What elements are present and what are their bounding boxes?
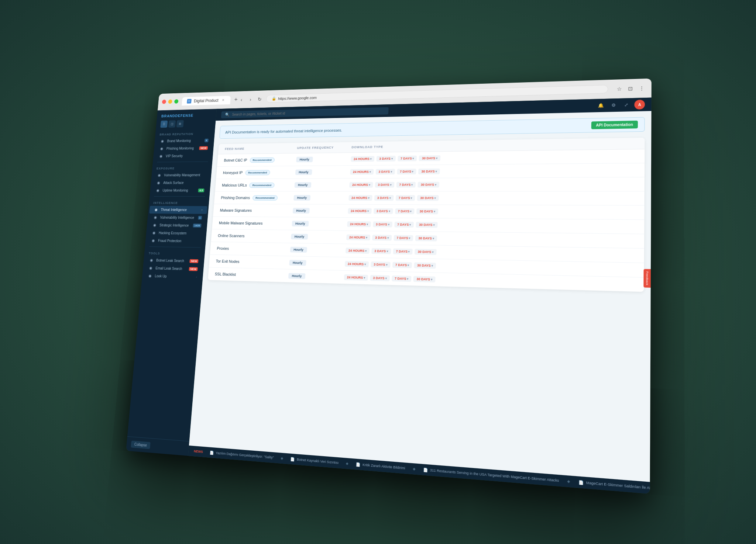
- sidebar-item-botnet-leak-search[interactable]: ◉ Botnet Leak Search NEW: [145, 256, 203, 265]
- chevron-down-icon: ▾: [407, 277, 408, 280]
- update-freq-botnet-cc-ip: Hourly: [296, 156, 351, 162]
- download-select-7d[interactable]: 7 DAYS ▾: [396, 195, 415, 201]
- download-select-24h[interactable]: 24 HOURS ▾: [350, 169, 374, 175]
- sidebar-item-strategic-intelligence[interactable]: ◉ Strategic Intelligence 1439: [148, 221, 206, 229]
- api-documentation-button[interactable]: API Documentation: [591, 120, 638, 129]
- chevron-down-icon: ▾: [389, 196, 391, 200]
- copy-button[interactable]: ⊡: [626, 84, 635, 93]
- sidebar-item-brand-monitoring[interactable]: ◉ Brand Monitoring 4: [156, 136, 213, 145]
- download-select-24h[interactable]: 24 HOURS ▾: [348, 208, 372, 214]
- sidebar-item-look-up[interactable]: ◉ Look Up ›: [143, 271, 202, 281]
- sidebar-item-threat-intelligence[interactable]: ◉ Threat Intelligence ▾: [149, 206, 207, 214]
- browser-actions: ☆ ⊡ ⋮: [614, 83, 646, 93]
- download-select-24h[interactable]: 24 HOURS ▾: [345, 261, 369, 267]
- download-select-30d[interactable]: 30 DAYS ▾: [419, 155, 440, 161]
- download-types-phishing-domains: 24 HOURS ▾ 3 DAYS ▾ 7 DAYS ▾ 30 DAYS ▾: [348, 195, 636, 201]
- download-select-7d[interactable]: 7 DAYS ▾: [395, 208, 415, 214]
- sidebar-icon-apps[interactable]: ⊞: [176, 120, 184, 127]
- sidebar-item-vip-security[interactable]: ◉ VIP Security: [154, 152, 212, 160]
- collapse-button[interactable]: Collapse: [126, 436, 189, 455]
- sidebar-section-intelligence: Intelligence: [149, 198, 209, 206]
- download-select-7d[interactable]: 7 DAYS ▾: [393, 248, 413, 254]
- download-select-30d[interactable]: 30 DAYS ▾: [415, 249, 436, 255]
- settings-button[interactable]: ⚙: [609, 100, 618, 110]
- chevron-down-icon: ▾: [409, 236, 410, 240]
- download-select-7d[interactable]: 7 DAYS ▾: [397, 169, 416, 174]
- feed-name-proxies: Proxies: [217, 246, 290, 252]
- download-select-30d[interactable]: 30 DAYS ▾: [417, 195, 439, 201]
- feedback-tab[interactable]: Feedback: [643, 269, 651, 288]
- update-freq-malicious-urls: Hourly: [294, 182, 350, 187]
- download-select-24h[interactable]: 24 HOURS ▾: [346, 247, 370, 254]
- chevron-down-icon: ▾: [370, 157, 371, 160]
- update-freq-phishing-domains: Hourly: [293, 195, 349, 200]
- notification-button[interactable]: 🔔: [596, 101, 605, 110]
- tab-close-button[interactable]: ✕: [221, 98, 226, 103]
- download-select-3d[interactable]: 3 DAYS ▾: [371, 261, 390, 267]
- chevron-down-icon: ▾: [432, 264, 433, 267]
- browser-tab[interactable]: D Digital Product ✕: [182, 96, 231, 105]
- download-select-3d[interactable]: 3 DAYS ▾: [374, 208, 393, 214]
- more-button[interactable]: ⋮: [637, 83, 646, 93]
- download-select-30d[interactable]: 30 DAYS ▾: [416, 222, 438, 228]
- download-select-30d[interactable]: 30 DAYS ▾: [416, 208, 438, 214]
- download-select-3d[interactable]: 3 DAYS ▾: [374, 195, 394, 201]
- download-select-24h[interactable]: 24 HOURS ▾: [349, 182, 373, 187]
- download-select-30d[interactable]: 30 DAYS ▾: [418, 168, 440, 174]
- sidebar-item-hacking-ecosystem[interactable]: ◉ Hacking Ecosystem: [147, 229, 206, 237]
- download-select-24h[interactable]: 24 HOURS ▾: [346, 234, 370, 240]
- top-search-bar[interactable]: 🔍: [221, 107, 389, 118]
- download-select-7d[interactable]: 7 DAYS ▾: [392, 262, 412, 268]
- download-select-30d[interactable]: 30 DAYS ▾: [413, 276, 436, 283]
- close-button[interactable]: [162, 100, 166, 104]
- chevron-down-icon: ▾: [390, 183, 391, 186]
- download-select-3d[interactable]: 3 DAYS ▾: [373, 221, 392, 227]
- download-select-7d[interactable]: 7 DAYS ▾: [396, 182, 416, 188]
- sidebar-item-vulnerability-management[interactable]: ◉ Vulnerability Management: [152, 171, 210, 179]
- user-avatar[interactable]: A: [634, 100, 645, 110]
- sidebar-icon-grid[interactable]: ☰: [160, 120, 168, 128]
- download-select-24h[interactable]: 24 HOURS ▾: [344, 274, 368, 280]
- download-select-7d[interactable]: 7 DAYS ▾: [394, 235, 413, 241]
- sidebar-item-uptime-monitoring[interactable]: ◉ Uptime Monitoring 4.5: [151, 186, 209, 194]
- sidebar-item-attack-surface[interactable]: ◉ Attack Surface: [152, 179, 210, 186]
- download-select-30d[interactable]: 30 DAYS ▾: [414, 262, 436, 268]
- sidebar-label-phishing-monitoring: Phishing Monitoring: [166, 146, 197, 150]
- download-select-3d[interactable]: 3 DAYS ▾: [370, 275, 389, 281]
- separator-icon: ◆: [567, 479, 570, 484]
- strategic-intel-badge: 1439: [193, 224, 201, 227]
- traffic-lights: [162, 99, 179, 104]
- download-select-24h[interactable]: 24 HOURS ▾: [351, 156, 374, 162]
- refresh-button[interactable]: ↻: [255, 95, 264, 103]
- download-select-3d[interactable]: 3 DAYS ▾: [375, 182, 395, 187]
- download-select-3d[interactable]: 3 DAYS ▾: [371, 248, 391, 254]
- bookmark-button[interactable]: ☆: [614, 84, 624, 93]
- chevron-down-icon: ▾: [408, 250, 410, 253]
- download-select-7d[interactable]: 7 DAYS ▾: [392, 275, 412, 281]
- download-select-24h[interactable]: 24 HOURS ▾: [347, 221, 371, 227]
- download-select-30d[interactable]: 30 DAYS ▾: [415, 235, 437, 241]
- download-select-3d[interactable]: 3 DAYS ▾: [376, 156, 395, 162]
- sidebar-item-phishing-monitoring[interactable]: ◉ Phishing Monitoring NEW: [155, 144, 213, 152]
- document-icon: 📄: [356, 462, 361, 467]
- download-select-7d[interactable]: 7 DAYS ▾: [398, 155, 417, 161]
- minimize-button[interactable]: [168, 99, 172, 104]
- expand-button[interactable]: ⤢: [621, 100, 631, 110]
- hacking-ecosystem-icon: ◉: [152, 231, 157, 235]
- maximize-button[interactable]: [174, 99, 179, 104]
- download-select-7d[interactable]: 7 DAYS ▾: [394, 221, 414, 227]
- update-freq-mobile-malware-signatures: Hourly: [292, 221, 347, 227]
- download-select-3d[interactable]: 3 DAYS ▾: [376, 169, 395, 174]
- download-select-3d[interactable]: 3 DAYS ▾: [372, 235, 392, 240]
- download-select-24h[interactable]: 24 HOURS ▾: [348, 195, 372, 200]
- sidebar-item-vulnerability-intelligence[interactable]: ◉ Vulnerability Intelligence 1: [148, 213, 207, 221]
- download-select-30d[interactable]: 30 DAYS ▾: [418, 181, 440, 187]
- feed-table: FEED NAME UPDATE FREQUENCY DOWNLOAD TYPE…: [208, 138, 645, 292]
- search-input[interactable]: [232, 109, 384, 116]
- forward-button[interactable]: ›: [246, 95, 255, 103]
- sidebar-item-fraud-protection[interactable]: ◉ Fraud Protection: [147, 236, 205, 245]
- chevron-down-icon: ▾: [433, 236, 434, 240]
- tab-title: Digital Product: [194, 98, 219, 103]
- back-button[interactable]: ‹: [237, 95, 246, 103]
- sidebar-icon-layout[interactable]: ◫: [168, 120, 176, 128]
